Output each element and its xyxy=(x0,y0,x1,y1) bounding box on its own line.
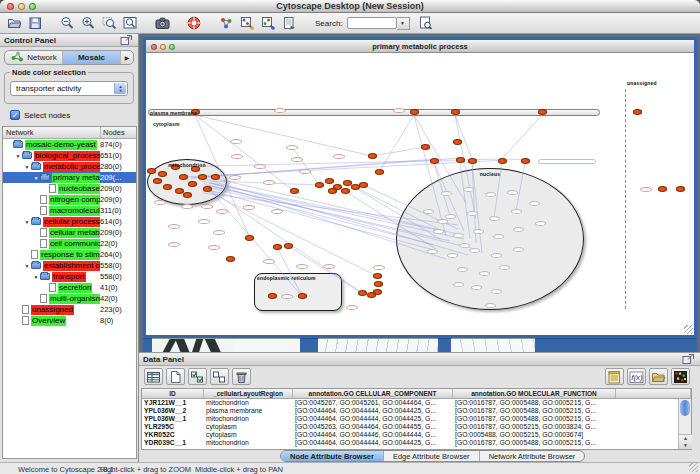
tab-edge-attribute-browser[interactable]: Edge Attribute Browser xyxy=(384,451,480,461)
network-node[interactable] xyxy=(268,293,277,299)
table-cell[interactable]: cytoplasm xyxy=(204,431,293,439)
network-node[interactable] xyxy=(153,178,162,184)
network-node-small[interactable] xyxy=(198,219,210,224)
network-node-small[interactable] xyxy=(181,204,193,209)
network-node[interactable] xyxy=(498,158,507,164)
network-node[interactable] xyxy=(373,273,382,279)
table-cell[interactable]: YJR121W__1 xyxy=(142,399,204,407)
attribute-editor-icon[interactable] xyxy=(605,368,624,385)
network-node-small[interactable] xyxy=(229,175,241,180)
network-node[interactable] xyxy=(290,188,299,194)
table-cell[interactable]: [GO:0016787, GO:0005488, GO:0005215, G..… xyxy=(453,439,616,447)
network-node[interactable] xyxy=(676,186,685,192)
tree-row[interactable]: nucleobase-209(0) xyxy=(3,183,136,194)
node-color-dropdown[interactable]: transporter activity ▲▼ xyxy=(10,81,128,96)
network-node[interactable] xyxy=(198,174,207,180)
close-icon[interactable] xyxy=(7,3,14,10)
network-node-small[interactable] xyxy=(453,282,464,287)
network-node-small[interactable] xyxy=(208,245,220,250)
tree-row[interactable]: cell communicat22(0) xyxy=(3,238,136,249)
maximize-icon[interactable] xyxy=(169,44,175,50)
layout-icon[interactable] xyxy=(218,15,234,31)
expander-icon[interactable]: ▼ xyxy=(14,153,22,159)
network-node[interactable] xyxy=(147,168,156,174)
network-node-small[interactable] xyxy=(511,209,522,214)
network-node[interactable] xyxy=(298,293,307,299)
zoom-selected-icon[interactable] xyxy=(101,15,117,31)
expander-icon[interactable]: ▼ xyxy=(23,219,31,225)
tree-row[interactable]: nitrogen compo209(0) xyxy=(3,194,136,205)
search-input[interactable] xyxy=(347,17,397,29)
table-row[interactable]: YPL036W__1mitochondrion[GO:0044464, GO:0… xyxy=(142,415,691,423)
network-node[interactable] xyxy=(226,256,235,262)
network-node-small[interactable] xyxy=(291,157,303,162)
network-node[interactable] xyxy=(158,171,167,177)
table-cell[interactable]: [GO:0045263, GO:0044464, GO:0044455, G..… xyxy=(293,423,453,431)
table-column-header[interactable]: ID xyxy=(142,389,204,398)
table-cell[interactable]: [GO:0044464, GO:0044444, GO:0044425, G..… xyxy=(293,407,453,415)
zoom-in-icon[interactable] xyxy=(80,15,96,31)
tree-row[interactable]: ▼biological_process651(0) xyxy=(3,150,136,161)
network-node-small[interactable] xyxy=(459,243,470,248)
expander-icon[interactable]: ▼ xyxy=(23,164,31,170)
network-node-small[interactable] xyxy=(473,229,484,234)
zoom-out-icon[interactable] xyxy=(59,15,75,31)
network-node[interactable] xyxy=(421,144,430,150)
network-node[interactable] xyxy=(368,153,377,159)
table-cell[interactable]: [GO:0016787, GO:0005488, GO:0005215, G..… xyxy=(453,399,616,407)
network-node[interactable] xyxy=(658,186,667,192)
network-node[interactable] xyxy=(359,182,368,188)
network-node[interactable] xyxy=(315,182,324,188)
open-file-icon[interactable] xyxy=(6,15,22,31)
network-node-small[interactable] xyxy=(263,259,275,264)
network-node-small[interactable] xyxy=(469,248,480,253)
table-cell[interactable]: YPL036W__1 xyxy=(142,415,204,423)
table-cell[interactable]: YLR295C xyxy=(142,423,204,431)
table-row[interactable]: YLR295Ccytoplasm[GO:0045263, GO:0044464,… xyxy=(142,423,691,431)
tree-row[interactable]: secretion41(0) xyxy=(3,282,136,293)
expander-icon[interactable]: ▼ xyxy=(32,175,40,181)
unselect-attributes-icon[interactable] xyxy=(210,368,229,385)
network-node-small[interactable] xyxy=(479,271,490,276)
tree-row[interactable]: ▼cellular process614(0) xyxy=(3,216,136,227)
network-node[interactable] xyxy=(367,292,376,298)
network-node[interactable] xyxy=(374,281,383,287)
tab-network-attribute-browser[interactable]: Network Attribute Browser xyxy=(480,451,585,461)
table-scrollbar[interactable]: ▲▼ xyxy=(678,399,691,449)
float-panel-icon[interactable] xyxy=(119,33,134,47)
network-node[interactable] xyxy=(179,174,188,180)
save-session-icon[interactable] xyxy=(27,15,43,31)
network-node-small[interactable] xyxy=(445,214,456,219)
network-node[interactable] xyxy=(521,158,530,164)
select-nodes-checkbox[interactable]: ✓ xyxy=(10,110,20,120)
tab-network[interactable]: Network xyxy=(5,51,63,64)
network-node-small[interactable] xyxy=(333,154,345,159)
table-cell[interactable]: [GO:0044464, GO:0044446, GO:0044444, G..… xyxy=(293,431,453,439)
tabs-overflow-button[interactable]: ▶ xyxy=(121,51,133,64)
attribute-matrix-icon[interactable] xyxy=(671,368,690,385)
dropdown-stepper-icon[interactable]: ▲▼ xyxy=(114,83,126,94)
tree-row[interactable]: Overview8(0) xyxy=(3,315,136,326)
network-node-small[interactable] xyxy=(453,233,464,238)
minimize-icon[interactable] xyxy=(18,3,25,10)
network-node[interactable] xyxy=(538,109,547,115)
network-node-small[interactable] xyxy=(441,191,452,196)
maximize-icon[interactable] xyxy=(29,3,36,10)
table-row[interactable]: YJR121W__1mitochondrion[GO:0045267, GO:0… xyxy=(142,399,691,407)
network-node[interactable] xyxy=(468,158,477,164)
tree-row[interactable]: ▼transport558(0) xyxy=(3,271,136,282)
network-node-small[interactable] xyxy=(535,221,546,226)
network-node[interactable] xyxy=(273,244,282,250)
scrollbar-arrows[interactable]: ▲▼ xyxy=(679,434,692,449)
delete-attribute-icon[interactable] xyxy=(232,368,251,385)
network-node[interactable] xyxy=(325,178,334,184)
expander-icon[interactable]: ▼ xyxy=(23,263,31,269)
attribute-table-icon[interactable] xyxy=(144,368,163,385)
zoom-fit-icon[interactable] xyxy=(122,15,138,31)
table-cell[interactable]: cytoplasm xyxy=(204,423,293,431)
window-titlebar[interactable]: Cytoscape Desktop (New Session) xyxy=(0,0,700,13)
background-windows-strip[interactable] xyxy=(143,338,697,352)
network-view-titlebar[interactable]: primary metabolic process xyxy=(146,40,694,53)
window-resize-grip[interactable] xyxy=(689,463,698,472)
tab-mosaic[interactable]: Mosaic xyxy=(63,51,121,64)
